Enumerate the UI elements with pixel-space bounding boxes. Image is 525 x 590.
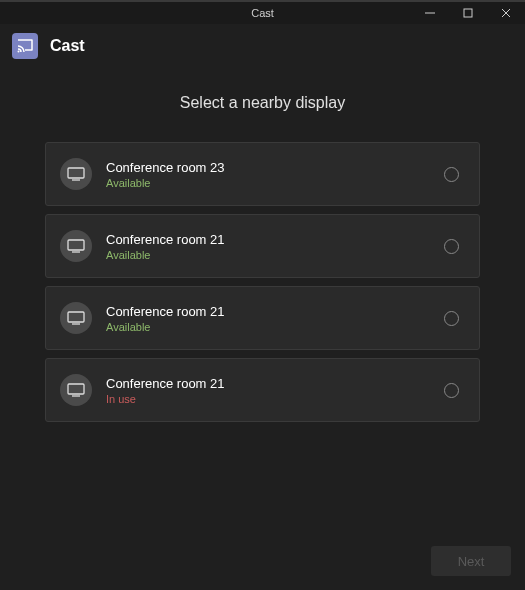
page-heading: Select a nearby display (45, 94, 480, 112)
svg-point-4 (18, 51, 20, 53)
close-icon (501, 8, 511, 18)
display-status: Available (106, 249, 430, 261)
app-header: Cast (0, 24, 525, 68)
display-item-text: Conference room 23 Available (106, 160, 430, 189)
display-icon (60, 302, 92, 334)
cast-icon (17, 39, 33, 53)
monitor-icon (67, 167, 85, 181)
close-button[interactable] (487, 2, 525, 24)
display-status: In use (106, 393, 430, 405)
main-content: Select a nearby display Conference room … (0, 94, 525, 422)
minimize-button[interactable] (411, 2, 449, 24)
radio-button[interactable] (444, 167, 459, 182)
monitor-icon (67, 383, 85, 397)
display-icon (60, 374, 92, 406)
display-icon (60, 230, 92, 262)
display-status: Available (106, 177, 430, 189)
monitor-icon (67, 239, 85, 253)
radio-button[interactable] (444, 383, 459, 398)
minimize-icon (425, 8, 435, 18)
display-item[interactable]: Conference room 23 Available (45, 142, 480, 206)
window-controls (411, 2, 525, 24)
svg-rect-7 (68, 240, 84, 250)
radio-button[interactable] (444, 311, 459, 326)
display-item-text: Conference room 21 In use (106, 376, 430, 405)
monitor-icon (67, 311, 85, 325)
display-status: Available (106, 321, 430, 333)
titlebar: Cast (0, 0, 525, 24)
display-name: Conference room 21 (106, 304, 430, 319)
svg-rect-9 (68, 312, 84, 322)
maximize-button[interactable] (449, 2, 487, 24)
display-item[interactable]: Conference room 21 In use (45, 358, 480, 422)
next-button[interactable]: Next (431, 546, 511, 576)
radio-button[interactable] (444, 239, 459, 254)
svg-rect-5 (68, 168, 84, 178)
titlebar-title: Cast (251, 7, 274, 19)
svg-rect-11 (68, 384, 84, 394)
footer: Next (431, 546, 511, 576)
display-item[interactable]: Conference room 21 Available (45, 214, 480, 278)
display-icon (60, 158, 92, 190)
cast-app-icon (12, 33, 38, 59)
display-item[interactable]: Conference room 21 Available (45, 286, 480, 350)
svg-rect-1 (464, 9, 472, 17)
display-name: Conference room 21 (106, 376, 430, 391)
maximize-icon (463, 8, 473, 18)
display-name: Conference room 21 (106, 232, 430, 247)
display-item-text: Conference room 21 Available (106, 232, 430, 261)
display-list: Conference room 23 Available Conference … (45, 142, 480, 422)
display-item-text: Conference room 21 Available (106, 304, 430, 333)
display-name: Conference room 23 (106, 160, 430, 175)
app-title: Cast (50, 37, 85, 55)
